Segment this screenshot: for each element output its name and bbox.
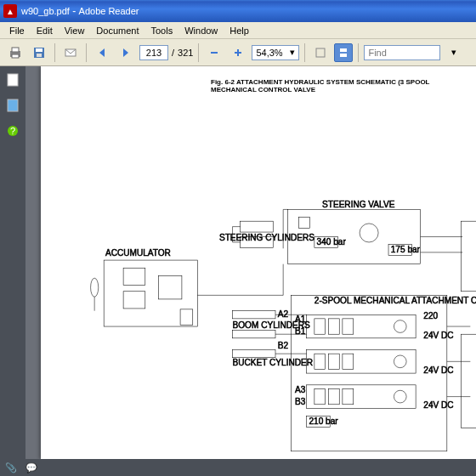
svg-rect-66: [343, 354, 354, 369]
find-dropdown[interactable]: ▾: [444, 42, 464, 63]
svg-text:175 bar: 175 bar: [391, 245, 421, 254]
hydraulic-schematic: ACCUMULATOR STEERING CYLINDERS: [75, 100, 476, 459]
zoom-in-button[interactable]: [228, 42, 248, 63]
svg-point-34: [360, 224, 378, 242]
svg-rect-1: [12, 48, 19, 52]
svg-rect-21: [123, 268, 145, 285]
save-button[interactable]: [29, 42, 49, 63]
bookmarks-panel-icon[interactable]: [6, 99, 20, 112]
svg-rect-4: [36, 48, 42, 52]
svg-rect-10: [316, 48, 325, 57]
zoom-level-select[interactable]: 54,3%▾: [252, 45, 299, 60]
nav-sidebar: ?: [0, 66, 26, 459]
menu-document[interactable]: Document: [90, 24, 144, 37]
menu-bar: File Edit View Document Tools Window Hel…: [0, 22, 476, 39]
svg-rect-59: [461, 334, 476, 428]
svg-rect-13: [8, 74, 18, 86]
svg-rect-47: [307, 350, 416, 374]
svg-text:B1: B1: [295, 326, 306, 336]
svg-rect-12: [340, 54, 347, 57]
svg-rect-7: [211, 52, 218, 54]
menu-view[interactable]: View: [59, 24, 91, 37]
svg-text:340 bar: 340 bar: [317, 237, 347, 246]
svg-rect-70: [343, 388, 354, 404]
separator: [54, 43, 55, 62]
svg-rect-5: [37, 54, 42, 57]
svg-rect-42: [233, 350, 275, 358]
svg-rect-9: [237, 49, 239, 56]
svg-rect-11: [340, 48, 347, 52]
content-area: ? Fig. 6-2 ATTACHMENT HYDRAULIC SYSTEM S…: [0, 66, 476, 459]
fit-button[interactable]: [310, 42, 331, 63]
page-separator: /: [172, 48, 174, 58]
svg-text:210 bar: 210 bar: [309, 416, 338, 426]
svg-rect-46: [307, 314, 416, 338]
svg-rect-35: [299, 218, 310, 229]
svg-text:STEERING
CYLINDERS: STEERING CYLINDERS: [219, 233, 314, 242]
svg-point-67: [394, 355, 406, 368]
page-number-input[interactable]: [139, 45, 168, 60]
comments-icon[interactable]: 💬: [26, 462, 37, 473]
separator: [358, 43, 359, 62]
svg-rect-60: [314, 319, 326, 334]
svg-rect-2: [12, 54, 19, 58]
pages-panel-icon[interactable]: [6, 73, 20, 87]
status-bar: 📎 💬: [0, 459, 476, 476]
svg-text:220: 220: [423, 311, 438, 320]
separator: [198, 43, 199, 62]
svg-text:24V DC: 24V DC: [423, 331, 453, 340]
svg-text:A1: A1: [295, 314, 306, 324]
svg-text:2-SPOOL MECHANICAL ATTACHMENT
: 2-SPOOL MECHANICAL ATTACHMENT CONTROL VA…: [314, 296, 476, 305]
prev-page-button[interactable]: [92, 42, 112, 63]
email-button[interactable]: [60, 42, 81, 63]
menu-help[interactable]: Help: [224, 24, 255, 37]
menu-tools[interactable]: Tools: [145, 24, 179, 37]
svg-text:24V DC: 24V DC: [423, 400, 453, 410]
print-button[interactable]: [5, 42, 26, 63]
pdf-page: Fig. 6-2 ATTACHMENT HYDRAULIC SYSTEM SCH…: [41, 66, 476, 459]
separator: [304, 43, 305, 62]
svg-text:24V DC: 24V DC: [423, 366, 453, 375]
menu-file[interactable]: File: [3, 24, 31, 37]
svg-text:A2: A2: [278, 309, 289, 319]
svg-text:B2: B2: [278, 341, 289, 350]
svg-point-19: [91, 278, 99, 297]
svg-rect-61: [328, 319, 339, 334]
zoom-out-button[interactable]: [204, 42, 224, 63]
app-icon: ▲: [3, 4, 17, 18]
svg-point-71: [394, 390, 406, 403]
window-title: w90_gb.pdf - Adobe Reader: [21, 5, 139, 17]
svg-text:STEERING VALVE: STEERING VALVE: [322, 200, 395, 209]
svg-rect-38: [233, 311, 275, 319]
find-input[interactable]: [364, 45, 440, 60]
svg-rect-48: [307, 385, 416, 409]
svg-text:B3: B3: [295, 397, 306, 406]
page-total: 321: [178, 48, 193, 58]
scroll-mode-button[interactable]: [334, 43, 353, 62]
attachments-icon[interactable]: 📎: [5, 462, 17, 473]
svg-rect-36: [461, 221, 476, 292]
next-page-button[interactable]: [116, 42, 136, 63]
svg-rect-22: [123, 292, 145, 309]
document-view[interactable]: Fig. 6-2 ATTACHMENT HYDRAULIC SYSTEM SCH…: [26, 66, 476, 459]
svg-text:A3: A3: [295, 385, 306, 394]
toolbar: / 321 54,3%▾ ▾: [0, 39, 476, 66]
svg-rect-64: [314, 354, 326, 369]
svg-rect-39: [233, 331, 275, 338]
separator: [86, 43, 87, 62]
svg-rect-23: [158, 275, 182, 299]
svg-rect-14: [8, 99, 18, 111]
svg-text:BUCKET CYLINDER: BUCKET CYLINDER: [233, 358, 313, 367]
svg-rect-62: [343, 319, 354, 334]
window-titlebar: ▲ w90_gb.pdf - Adobe Reader: [0, 0, 476, 22]
menu-edit[interactable]: Edit: [31, 24, 59, 37]
figure-caption: Fig. 6-2 ATTACHMENT HYDRAULIC SYSTEM SCH…: [211, 78, 476, 94]
svg-rect-65: [328, 354, 339, 369]
svg-rect-69: [328, 388, 339, 404]
svg-point-63: [394, 320, 406, 333]
svg-rect-26: [241, 221, 274, 232]
help-icon[interactable]: ?: [6, 124, 20, 138]
svg-text:?: ?: [10, 126, 15, 136]
svg-rect-68: [314, 388, 326, 404]
menu-window[interactable]: Window: [178, 24, 224, 37]
